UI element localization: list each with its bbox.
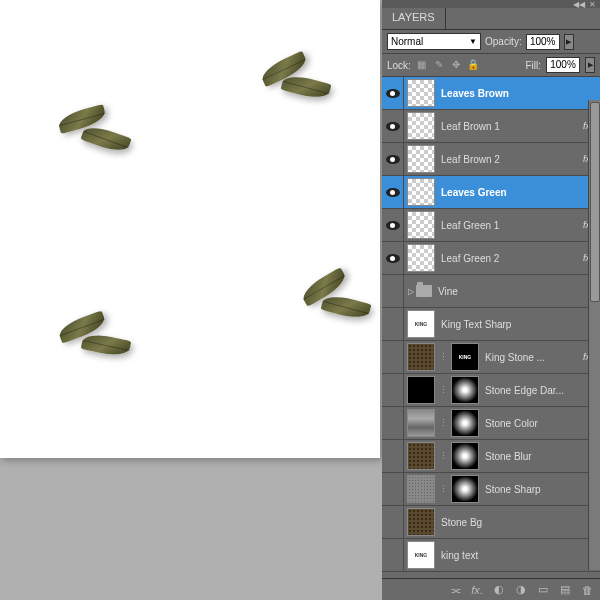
layer-mask-icon[interactable]: ◐: [492, 583, 506, 597]
layer-thumbnail[interactable]: [451, 409, 479, 437]
lock-position-icon[interactable]: ✥: [450, 59, 462, 71]
layer-name[interactable]: Stone Bg: [438, 517, 600, 528]
layer-thumbnail[interactable]: [451, 475, 479, 503]
layer-name[interactable]: Leaves Brown: [438, 88, 600, 99]
layer-name[interactable]: King Stone ...: [482, 352, 581, 363]
layer-row[interactable]: ⋮Stone Edge Dar...: [382, 374, 600, 407]
visibility-toggle[interactable]: [382, 176, 404, 208]
visibility-toggle[interactable]: [382, 110, 404, 142]
lock-label: Lock:: [387, 60, 411, 71]
fill-label: Fill:: [525, 60, 541, 71]
visibility-toggle[interactable]: [382, 308, 404, 340]
visibility-toggle[interactable]: [382, 539, 404, 571]
layers-list[interactable]: Leaves BrownLeaf Brown 1fx▾Leaf Brown 2f…: [382, 77, 600, 578]
visibility-toggle[interactable]: [382, 209, 404, 241]
layer-thumbnail[interactable]: [407, 145, 435, 173]
layer-name[interactable]: king text: [438, 550, 600, 561]
layer-row[interactable]: ⋮Stone Blur: [382, 440, 600, 473]
blend-row: Normal▼ Opacity: 100% ▶: [382, 30, 600, 54]
layer-row[interactable]: Leaves Brown: [382, 77, 600, 110]
fill-flyout-icon[interactable]: ▶: [585, 57, 595, 73]
layer-row[interactable]: Leaf Brown 1fx▾: [382, 110, 600, 143]
layer-row[interactable]: KINGKing Text Sharp: [382, 308, 600, 341]
layer-row[interactable]: Leaf Green 1fx▾: [382, 209, 600, 242]
layer-thumbnail[interactable]: [407, 178, 435, 206]
layer-thumbnail[interactable]: KING: [407, 541, 435, 569]
blend-mode-select[interactable]: Normal▼: [387, 33, 481, 50]
visibility-toggle[interactable]: [382, 374, 404, 406]
adjustment-layer-icon[interactable]: ◑: [514, 583, 528, 597]
layer-name[interactable]: Leaf Green 2: [438, 253, 581, 264]
panel-footer: ⫘ fx. ◐ ◑ ▭ ▤ 🗑: [382, 578, 600, 600]
layer-row[interactable]: Leaf Green 2fx▾: [382, 242, 600, 275]
layer-name[interactable]: Stone Blur: [482, 451, 600, 462]
layer-name[interactable]: King Text Sharp: [438, 319, 600, 330]
link-indicator-icon: ⋮: [438, 385, 448, 395]
layer-name[interactable]: Leaf Brown 1: [438, 121, 581, 132]
layer-thumbnail[interactable]: [407, 211, 435, 239]
layer-thumbnail[interactable]: [407, 376, 435, 404]
canvas[interactable]: [0, 0, 380, 458]
layer-thumbnail[interactable]: [407, 409, 435, 437]
layer-row[interactable]: ⋮Stone Color: [382, 407, 600, 440]
layer-row[interactable]: ⋮KINGKing Stone ...fx▾: [382, 341, 600, 374]
layer-name[interactable]: Stone Edge Dar...: [482, 385, 600, 396]
lock-transparency-icon[interactable]: ▦: [416, 59, 428, 71]
visibility-toggle[interactable]: [382, 440, 404, 472]
eye-icon: [386, 155, 400, 164]
visibility-toggle[interactable]: [382, 143, 404, 175]
visibility-toggle[interactable]: [382, 341, 404, 373]
layer-row[interactable]: Leaves Green: [382, 176, 600, 209]
layer-row[interactable]: Stone Bg: [382, 506, 600, 539]
new-layer-icon[interactable]: ▤: [558, 583, 572, 597]
layer-row[interactable]: ⋮Stone Sharp: [382, 473, 600, 506]
new-group-icon[interactable]: ▭: [536, 583, 550, 597]
layer-name[interactable]: Stone Sharp: [482, 484, 600, 495]
link-indicator-icon: ⋮: [438, 484, 448, 494]
folder-icon: [416, 285, 432, 297]
visibility-toggle[interactable]: [382, 506, 404, 538]
visibility-toggle[interactable]: [382, 77, 404, 109]
layer-row[interactable]: KINGking text: [382, 539, 600, 572]
layer-thumbnail[interactable]: [407, 112, 435, 140]
link-layers-icon[interactable]: ⫘: [448, 583, 462, 597]
visibility-toggle[interactable]: [382, 275, 404, 307]
layer-thumbnail[interactable]: [407, 79, 435, 107]
eye-icon: [386, 221, 400, 230]
layer-thumbnail[interactable]: [407, 343, 435, 371]
layer-thumbnail[interactable]: [451, 376, 479, 404]
lock-all-icon[interactable]: 🔒: [467, 59, 479, 71]
visibility-toggle[interactable]: [382, 407, 404, 439]
lock-row: Lock: ▦ ✎ ✥ 🔒 Fill: 100% ▶: [382, 54, 600, 77]
opacity-input[interactable]: 100%: [526, 34, 560, 50]
layer-row[interactable]: ▷Vine: [382, 275, 600, 308]
layer-thumbnail[interactable]: [407, 442, 435, 470]
layer-row[interactable]: Leaf Brown 2fx▾: [382, 143, 600, 176]
layer-thumbnail[interactable]: KING: [407, 310, 435, 338]
delete-layer-icon[interactable]: 🗑: [580, 583, 594, 597]
opacity-flyout-icon[interactable]: ▶: [564, 34, 574, 50]
layer-thumbnail[interactable]: [407, 475, 435, 503]
fill-input[interactable]: 100%: [546, 57, 580, 73]
eye-icon: [386, 254, 400, 263]
scroll-thumb[interactable]: [590, 102, 600, 302]
layer-name[interactable]: Leaves Green: [438, 187, 600, 198]
layer-name[interactable]: Leaf Brown 2: [438, 154, 581, 165]
scrollbar[interactable]: [588, 100, 600, 570]
layer-thumbnail[interactable]: [407, 508, 435, 536]
visibility-toggle[interactable]: [382, 242, 404, 274]
layer-name[interactable]: Leaf Green 1: [438, 220, 581, 231]
layer-name[interactable]: Stone Color: [482, 418, 600, 429]
layer-fx-icon[interactable]: fx.: [470, 583, 484, 597]
panel-controls: ◀◀ ✕: [382, 0, 600, 8]
layer-name[interactable]: Vine: [435, 286, 600, 297]
layer-thumbnail[interactable]: KING: [451, 343, 479, 371]
layer-thumbnail[interactable]: [451, 442, 479, 470]
expand-icon[interactable]: ▷: [404, 287, 413, 296]
layers-panel: ◀◀ ✕ LAYERS Normal▼ Opacity: 100% ▶ Lock…: [382, 0, 600, 600]
visibility-toggle[interactable]: [382, 473, 404, 505]
layer-thumbnail[interactable]: [407, 244, 435, 272]
tab-layers[interactable]: LAYERS: [382, 8, 446, 29]
lock-pixels-icon[interactable]: ✎: [433, 59, 445, 71]
link-indicator-icon: ⋮: [438, 418, 448, 428]
